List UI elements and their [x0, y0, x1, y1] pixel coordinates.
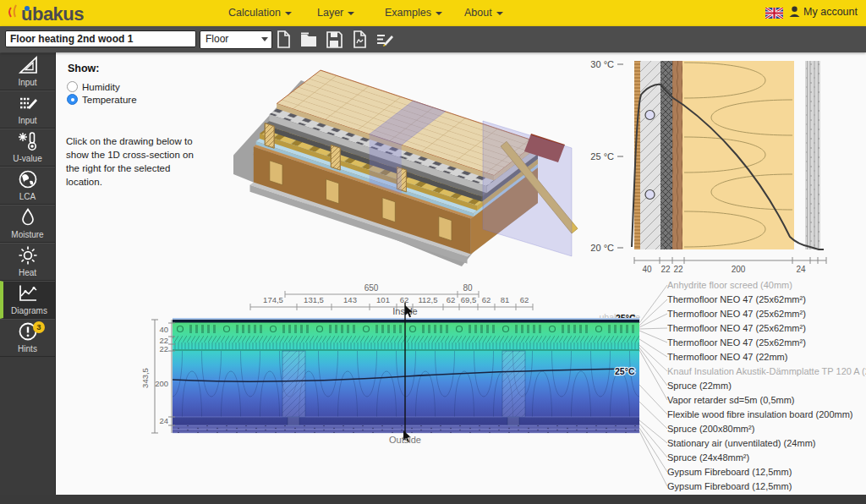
svg-text:69,5: 69,5 — [461, 295, 477, 304]
new-file-button[interactable] — [272, 30, 294, 49]
cross-section-1d-chart: 30 °C 25 °C 20 °C — [589, 52, 866, 277]
layer-list: Anhydrite floor screed (40mm) Thermofloo… — [667, 278, 866, 494]
svg-text:22: 22 — [159, 344, 168, 353]
layer-list-item[interactable]: Thermofloor NEO 47 (25x62mm²) — [667, 307, 866, 321]
svg-text:101: 101 — [376, 295, 390, 304]
globe-icon — [17, 178, 39, 193]
menu-about-label: About — [464, 7, 492, 19]
menu-layer[interactable]: Layer — [317, 7, 354, 19]
sidebar-item-label: Input — [0, 116, 55, 125]
menu-examples-label: Examples — [385, 7, 431, 19]
sidebar-item-moisture[interactable]: Moisture — [0, 205, 55, 243]
ubakus-logo[interactable]: ubakus — [7, 3, 134, 25]
sidebar-item-u-value[interactable]: U-value — [0, 129, 55, 167]
menu-examples[interactable]: Examples — [385, 7, 442, 19]
layer-list-item[interactable]: Thermofloor NEO 47 (22mm) — [667, 350, 866, 364]
layer-strips[interactable] — [634, 61, 820, 249]
section-body[interactable]: 25°C — [173, 318, 639, 433]
radio-temperature-label: Temperature — [82, 95, 137, 105]
construction-type-select[interactable]: Floor — [200, 30, 272, 49]
chevron-down-icon — [348, 12, 354, 15]
layer-list-item[interactable]: Stationary air (unventilated) (24mm) — [667, 436, 866, 451]
menu-layer-label: Layer — [317, 7, 343, 19]
chevron-down-icon — [496, 12, 503, 15]
left-dimensions: 40 22 22 200 24 343,5 — [140, 320, 175, 433]
left-sidebar: Input Input U-value LCA Moisture Heat — [0, 52, 56, 504]
dim-label: 24 — [796, 265, 806, 274]
menu-about[interactable]: About — [464, 7, 503, 19]
svg-text:81: 81 — [501, 295, 510, 304]
radio-humidity-circle[interactable] — [67, 81, 78, 92]
layer-list-item[interactable]: Anhydrite floor screed (40mm) — [667, 278, 866, 293]
exclamation-circle-icon — [17, 331, 39, 345]
sun-icon — [17, 255, 39, 269]
hints-badge: 3 — [33, 321, 45, 333]
axis-label-25: 25 °C — [590, 151, 614, 162]
svg-text:174,5: 174,5 — [263, 295, 283, 304]
sidebar-item-input-1[interactable]: Input — [0, 52, 55, 90]
svg-text:62: 62 — [400, 295, 409, 304]
logo-drop-icon — [25, 6, 30, 11]
layers-edit-icon — [17, 102, 39, 117]
sidebar-item-input-2[interactable]: Input — [0, 90, 55, 129]
svg-text:80: 80 — [463, 283, 473, 293]
open-file-button[interactable] — [298, 30, 320, 49]
radio-humidity[interactable]: Humidity — [67, 81, 120, 92]
layer-list-item[interactable]: Thermofloor NEO 47 (25x62mm²) — [667, 336, 866, 350]
layer-list-item[interactable]: Flexible wood fibre insulation board (20… — [667, 408, 866, 422]
leader-lines — [639, 285, 667, 486]
layer-list-item[interactable]: Thermofloor NEO 47 (25x62mm²) — [667, 321, 866, 336]
layer-list-item[interactable]: Vapor retarder sd=5m (0,5mm) — [667, 393, 866, 408]
sidebar-item-hints[interactable]: 3 Hints — [0, 319, 55, 357]
sidebar-item-label: Heat — [0, 268, 55, 277]
user-icon — [789, 6, 800, 17]
thermometer-snowflake-icon — [17, 140, 39, 155]
layer-list-item[interactable]: Knauf Insulation Akustik-Dämmplatte TP 1… — [667, 364, 866, 379]
layer-list-item[interactable]: Gypsum Fibreboard (12,5mm) — [667, 479, 866, 494]
svg-text:62: 62 — [447, 295, 456, 304]
edit-notes-button[interactable] — [374, 30, 396, 49]
export-pdf-button[interactable] — [348, 30, 370, 49]
uk-flag-icon[interactable] — [765, 8, 783, 19]
svg-text:62: 62 — [520, 295, 529, 304]
layer-list-item[interactable]: Thermofloor NEO 47 (25x62mm²) — [667, 293, 866, 307]
dim-label: 22 — [660, 265, 671, 274]
svg-text:62: 62 — [482, 295, 491, 304]
my-account-button[interactable]: My account — [789, 6, 858, 18]
sidebar-item-lca[interactable]: LCA — [0, 167, 55, 205]
width-scale — [634, 257, 826, 264]
project-toolbar: Floor — [0, 26, 866, 52]
sidebar-item-label: Moisture — [0, 230, 55, 239]
layer-list-item[interactable]: Gypsum Fibreboard (12,5mm) — [667, 465, 866, 479]
sidebar-item-heat[interactable]: Heat — [0, 243, 55, 281]
radio-temperature[interactable]: Temperature — [67, 94, 137, 105]
set-square-icon — [17, 64, 39, 79]
chevron-down-icon — [285, 12, 292, 15]
save-button[interactable] — [323, 30, 345, 49]
svg-text:40: 40 — [159, 325, 168, 334]
page-footer — [0, 495, 866, 504]
axis-label-20: 20 °C — [590, 243, 614, 253]
sidebar-item-diagrams[interactable]: Diagrams — [0, 281, 55, 319]
sidebar-item-label: Diagrams — [3, 306, 55, 315]
section-plane-vertical[interactable] — [483, 121, 572, 256]
sidebar-item-label: U-value — [0, 154, 55, 163]
layer-list-item[interactable]: Spruce (22mm) — [667, 379, 866, 393]
chevron-down-icon — [436, 12, 442, 15]
radio-temperature-circle[interactable] — [67, 94, 78, 105]
cross-section-2d-drawing[interactable]: 650 80 174,5 131,5 143 101 62 112,5 62 6… — [136, 275, 677, 495]
main-content: Show: Humidity Temperature Click on the … — [56, 52, 866, 495]
dimension-rows: 650 80 174,5 131,5 143 101 62 112,5 62 6… — [250, 283, 533, 310]
svg-text:131,5: 131,5 — [304, 295, 324, 304]
layer-list-item[interactable]: Spruce (200x80mm²) — [667, 422, 866, 436]
logo-spark-icon — [9, 8, 11, 17]
project-name-input[interactable] — [5, 30, 196, 47]
svg-text:200: 200 — [155, 379, 168, 388]
construction-3d-drawing[interactable] — [233, 59, 580, 266]
menu-calculation-label: Calculation — [228, 7, 281, 19]
outside-label: Outside — [389, 435, 421, 445]
total-height-label: 343,5 — [140, 368, 150, 388]
layer-list-item[interactable]: Spruce (24x48mm²) — [667, 451, 866, 465]
menu-calculation[interactable]: Calculation — [228, 7, 292, 19]
show-title: Show: — [68, 63, 100, 74]
